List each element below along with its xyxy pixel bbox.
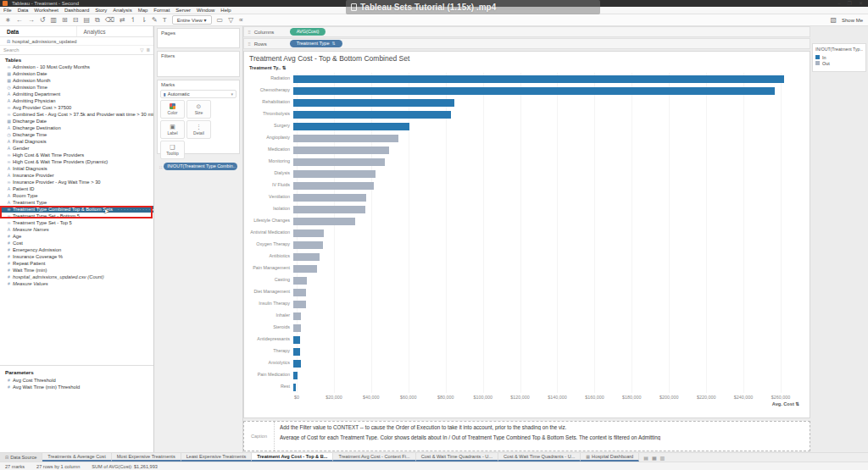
bar-pain-management[interactable] [293, 265, 317, 273]
highlight-icon[interactable]: ✎ [152, 16, 158, 25]
show-labels-icon[interactable]: T [163, 16, 167, 25]
bar-steroids[interactable] [293, 324, 301, 332]
menu-file[interactable]: File [3, 8, 12, 13]
save-icon[interactable]: ▥ [50, 16, 57, 25]
menu-map[interactable]: Map [138, 8, 148, 13]
columns-pill-avg-cost[interactable]: AVG(Cost) [290, 28, 326, 36]
color-legend[interactable]: IN/OUT(Treatment Typ... InOut [812, 43, 866, 72]
field-insurance-coverage[interactable]: #Insurance Coverage % [0, 253, 153, 260]
sheet-tab-cost-wait-time-quadrants-u[interactable]: Cost & Wait Time Quadrants - U... [416, 453, 498, 462]
field-avg-provider-cost-37500[interactable]: ∞Avg Provider Cost > 37500 [0, 104, 153, 111]
caption-box[interactable]: Caption Add the Filter value to CONTEXT … [243, 421, 810, 451]
menu-story[interactable]: Story [95, 8, 107, 13]
field-menu-icon[interactable]: ▸ [152, 207, 153, 212]
bar-surgery[interactable] [293, 123, 409, 130]
field-admission-month[interactable]: ▦Admission Month [0, 77, 153, 84]
field-treatment-type-set-top-5[interactable]: ∞Treatment Type Set - Top 5 [0, 219, 153, 226]
marks-button-detail[interactable]: ⋮Detail [186, 120, 211, 139]
field-emergency-admission[interactable]: #Emergency Admission [0, 246, 153, 253]
marks-color-pill[interactable]: IN/OUT(Treatment Type Combin.. [164, 163, 237, 170]
field-hospital-admissions-updated-csv-count[interactable]: #hospital_admissions_updated.csv (Count) [0, 274, 153, 280]
sheet-tab-cost-wait-time-quadrants-u[interactable]: Cost & Wait Time Quadrants - U... [498, 453, 581, 462]
menu-dashboard[interactable]: Dashboard [64, 8, 89, 13]
field-insurance-provider-avg-wait-time-30[interactable]: ∞Insurance Provider - Avg Wait Time > 30 [0, 179, 153, 185]
device-preview-icon[interactable]: ▭ [217, 16, 224, 25]
tab-analytics[interactable]: Analytics [77, 26, 154, 36]
menu-server[interactable]: Server [175, 8, 191, 13]
marks-button-label[interactable]: ▣Label [160, 120, 185, 139]
bar-iv-fluids[interactable] [293, 182, 374, 190]
close-icon[interactable]: ✕ [859, 0, 863, 7]
field-high-cost-wait-time-providers[interactable]: ∞High Cost & Wait Time Providers [0, 152, 153, 158]
field-admission-10-most-costly-months[interactable]: ∞Admission - 10 Most Costly Months [0, 64, 153, 70]
bar-lifestyle-changes[interactable] [293, 218, 355, 225]
bar-insulin-therapy[interactable] [293, 301, 306, 308]
sheet-tab-most-expensive-treatments[interactable]: Most Expensive Treatments [112, 453, 181, 462]
menu-format[interactable]: Format [153, 8, 170, 13]
bar-rest[interactable] [293, 384, 296, 391]
bar-isolation[interactable] [293, 206, 365, 213]
bar-ventilation[interactable] [293, 194, 366, 202]
legend-item-out[interactable]: Out [815, 60, 863, 66]
field-discharge-time[interactable]: ◷Discharge Time [0, 131, 153, 138]
forward-icon[interactable]: → [28, 16, 35, 25]
menu-analysis[interactable]: Analysis [113, 8, 131, 13]
field-room-type[interactable]: ARoom Type [0, 192, 153, 199]
field-admitting-department[interactable]: AAdmitting Department [0, 91, 153, 97]
rows-shelf[interactable]: ⠿ Rows Treatment Type⇅ [243, 38, 810, 49]
add-datasource-icon[interactable]: ⊞ [62, 16, 68, 25]
field-discharge-date[interactable]: ▦Discharge Date [0, 118, 153, 124]
parameter-avg-cost-threshold[interactable]: #Avg Cost Threshold [0, 377, 153, 384]
swap-axes-icon[interactable]: ⇄ [120, 16, 125, 25]
sheet-tab-data-source[interactable]: ⊟Data Source [0, 453, 42, 462]
field-treatment-type-combined-top-bottom-sets[interactable]: ∞Treatment Type Combined Top & Bottom Se… [0, 206, 153, 213]
columns-shelf[interactable]: ⠿ Columns AVG(Cost) [243, 26, 810, 37]
duplicate-icon[interactable]: ⧉ [95, 16, 100, 25]
bar-monitoring[interactable] [293, 158, 385, 166]
sort-icon[interactable]: ⇅ [332, 40, 336, 47]
datasource-connection[interactable]: ⊟hospital_admissions_updated [0, 37, 153, 46]
presentation-mode-icon[interactable]: ▽ [228, 16, 233, 25]
bar-anxiolytics[interactable] [293, 360, 301, 368]
bar-radiation[interactable] [293, 75, 784, 83]
field-initial-diagnosis[interactable]: AInitial Diagnosis [0, 165, 153, 172]
tableau-logo-icon[interactable]: ∗ [5, 16, 11, 25]
menu-window[interactable]: Window [197, 8, 214, 13]
tab-data[interactable]: Data [0, 26, 77, 36]
view-options-icon[interactable]: ≣ [146, 47, 150, 53]
field-measure-names[interactable]: AMeasure Names [0, 226, 153, 233]
new-story-icon[interactable]: ▥ [660, 455, 665, 461]
back-icon[interactable]: ← [16, 16, 23, 25]
field-wait-time-min[interactable]: #Wait Time (min) [0, 267, 153, 274]
new-worksheet-icon[interactable]: ▤ [643, 455, 648, 461]
minimize-icon[interactable]: – [837, 0, 840, 7]
sheet-tab-treatments-average-cost[interactable]: Treatments & Average Cost [42, 453, 111, 462]
filters-shelf[interactable]: Filters [157, 51, 240, 77]
menu-help[interactable]: Help [220, 8, 231, 13]
sort-descending-icon[interactable]: ⇂ [141, 16, 147, 25]
bar-oxygen-therapy[interactable] [293, 241, 323, 249]
bar-thrombolysis[interactable] [293, 111, 451, 119]
fit-selector[interactable]: Entire View ▾ [172, 15, 212, 25]
field-repeat-patient[interactable]: #Repeat Patient [0, 260, 153, 267]
legend-item-in[interactable]: In [815, 54, 863, 60]
bar-diet-management[interactable] [293, 289, 306, 296]
field-treatment-type[interactable]: ATreatment Type [0, 199, 153, 206]
field-measure-values[interactable]: #Measure Values [0, 280, 153, 287]
bar-medication[interactable] [293, 147, 389, 154]
field-admitting-physician[interactable]: AAdmitting Physician [0, 97, 153, 104]
field-discharge-destination[interactable]: ADischarge Destination [0, 124, 153, 131]
bar-angioplasty[interactable] [293, 135, 398, 142]
bar-dialysis[interactable] [293, 170, 376, 178]
field-admission-time[interactable]: ◷Admission Time [0, 84, 153, 91]
search-options-icon[interactable]: ▽ [140, 47, 143, 53]
replay-icon[interactable]: ↺ [40, 16, 46, 25]
x-axis[interactable]: $0$20,000$40,000$60,000$80,000$100,000$1… [297, 393, 799, 401]
show-me-icon[interactable]: ▧ [830, 16, 837, 25]
field-insurance-provider[interactable]: AInsurance Provider [0, 172, 153, 179]
marks-button-size[interactable]: ⊙Size [186, 100, 211, 119]
menu-worksheet[interactable]: Worksheet [34, 8, 58, 13]
field-patient-id[interactable]: APatient ID [0, 185, 153, 192]
field-gender[interactable]: AGender [0, 145, 153, 152]
field-cost[interactable]: #Cost [0, 240, 153, 246]
